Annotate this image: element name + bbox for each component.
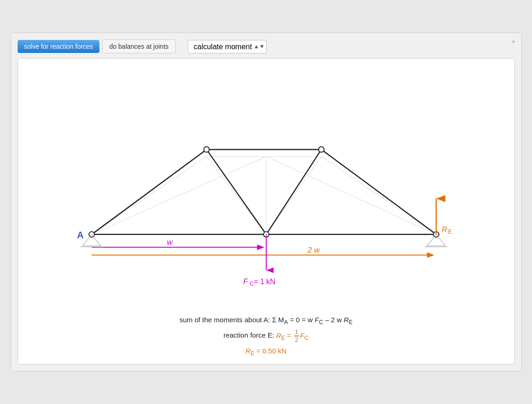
label-A: A	[77, 230, 83, 240]
outer-container: + solve for reaction forces do balances …	[11, 33, 522, 371]
svg-line-12	[206, 150, 266, 235]
svg-line-3	[206, 156, 266, 235]
svg-text:R: R	[441, 226, 447, 234]
svg-text:= 1 kN: = 1 kN	[254, 278, 275, 286]
svg-text:w: w	[167, 238, 173, 247]
svg-text:C: C	[250, 280, 254, 287]
equation-line2: reaction force E: RE = 12FC	[23, 328, 510, 344]
svg-line-1	[92, 156, 206, 235]
svg-line-13	[321, 150, 436, 235]
svg-text:F: F	[243, 278, 248, 286]
solve-reaction-forces-button[interactable]: solve for reaction forces	[18, 40, 100, 53]
calculate-moment-select[interactable]: calculate moment calculate forces	[188, 40, 267, 53]
toolbar: solve for reaction forces do balances at…	[18, 39, 515, 53]
diagram-area: A w	[23, 63, 510, 309]
svg-line-7	[92, 156, 266, 235]
truss-diagram: A w	[23, 63, 510, 309]
svg-point-21	[204, 147, 209, 152]
svg-text:E: E	[448, 228, 452, 235]
plus-icon[interactable]: +	[511, 38, 515, 46]
svg-point-22	[318, 147, 324, 152]
main-panel: A w	[18, 58, 515, 364]
calculate-moment-select-wrapper: calculate moment calculate forces ▲▼	[188, 40, 265, 53]
svg-line-2	[321, 156, 436, 235]
svg-line-14	[266, 150, 322, 235]
equations-area: sum of the moments about A: Σ MA = 0 = w…	[23, 313, 510, 359]
equation-line1: sum of the moments about A: Σ MA = 0 = w…	[23, 313, 510, 328]
svg-text:2 w: 2 w	[307, 246, 320, 255]
do-balances-joints-button[interactable]: do balances at joints	[102, 39, 176, 53]
equation-line3: RE = 0.50 kN	[23, 344, 510, 359]
svg-line-11	[92, 150, 206, 235]
